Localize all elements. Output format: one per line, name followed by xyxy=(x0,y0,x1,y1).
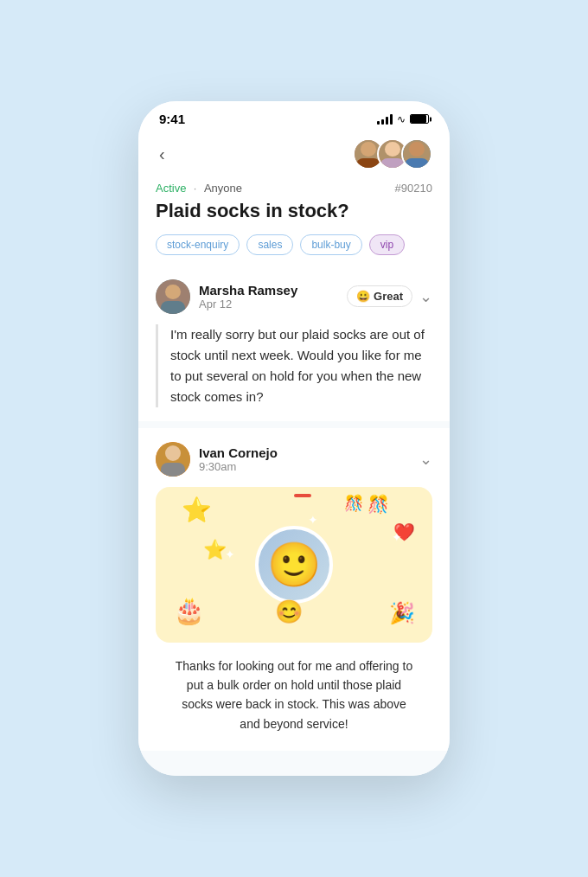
reaction-emoji: 😀 xyxy=(356,290,370,303)
emoji-smiley: 😊 xyxy=(275,599,303,625)
tag-stock-enquiry[interactable]: stock-enquiry xyxy=(156,234,240,255)
active-badge: Active xyxy=(156,182,186,195)
back-button[interactable]: ‹ xyxy=(156,141,169,168)
sparkle-2: ✦ xyxy=(392,530,402,544)
status-bar: 9:41 ∿ xyxy=(138,101,450,131)
wifi-icon: ∿ xyxy=(397,113,406,125)
anyone-text: Anyone xyxy=(204,182,242,195)
sender-info-marsha: Marsha Ramsey Apr 12 xyxy=(156,279,297,314)
sender-date-ivan: 9:30am xyxy=(199,460,278,473)
confetti-decoration xyxy=(294,494,311,497)
sparkle-1: ✦ xyxy=(308,513,318,527)
nav-bar: ‹ xyxy=(138,131,450,180)
expand-button-ivan[interactable]: ⌄ xyxy=(419,450,432,469)
sender-name-ivan: Ivan Cornejo xyxy=(199,445,278,460)
emoji-confetti: 🎊 xyxy=(368,494,389,515)
reaction-label: Great xyxy=(374,290,403,303)
emoji-star-2: ⭐ xyxy=(203,539,227,561)
celebration-profile-photo: 🙂 xyxy=(255,526,333,604)
emoji-party: 🎉 xyxy=(389,601,415,625)
messages-container: Marsha Ramsey Apr 12 😀 Great ⌄ I'm reall… xyxy=(138,266,450,776)
message-actions-marsha: 😀 Great ⌄ xyxy=(347,285,432,307)
message-text-marsha: I'm really sorry but our plaid socks are… xyxy=(156,324,432,407)
dot-separator: · xyxy=(194,182,197,195)
sender-info-ivan: Ivan Cornejo 9:30am xyxy=(156,442,278,477)
status-time: 9:41 xyxy=(159,112,185,126)
message-header-marsha: Marsha Ramsey Apr 12 😀 Great ⌄ xyxy=(156,279,432,314)
message-header-ivan: Ivan Cornejo 9:30am ⌄ xyxy=(156,442,432,477)
expand-button-marsha[interactable]: ⌄ xyxy=(419,287,432,306)
emoji-confetti-2: 🎊 xyxy=(344,494,363,513)
avatar-ivan xyxy=(156,442,190,477)
sender-date-marsha: Apr 12 xyxy=(199,298,297,310)
ticket-number: #90210 xyxy=(395,182,432,195)
tag-bulk-buy[interactable]: bulk-buy xyxy=(300,234,361,255)
avatar-marsha xyxy=(156,279,190,314)
status-line: Active · Anyone #90210 xyxy=(156,180,432,195)
emoji-cake: 🎂 xyxy=(173,595,205,625)
tag-sales[interactable]: sales xyxy=(246,234,293,255)
sender-name-marsha: Marsha Ramsey xyxy=(199,283,297,298)
conversation-title: Plaid socks in stock? xyxy=(156,199,432,224)
avatar-3 xyxy=(401,138,432,170)
sparkle-3: ✦ xyxy=(225,547,235,561)
tags-row: stock-enquiry sales bulk-buy vip xyxy=(156,234,432,255)
avatar-group xyxy=(353,138,432,170)
tag-vip[interactable]: vip xyxy=(369,234,405,255)
signal-icon xyxy=(377,114,393,125)
celebration-banner: ⭐ 🎊 🎂 🎉 ❤️ ⭐ 😊 ✦ ✦ ✦ 🙂 🎊 xyxy=(156,487,432,643)
phone-frame: 9:41 ∿ ‹ xyxy=(138,101,450,776)
message-block-marsha: Marsha Ramsey Apr 12 😀 Great ⌄ I'm reall… xyxy=(138,266,450,421)
emoji-star-1: ⭐ xyxy=(182,496,212,524)
message-block-ivan: Ivan Cornejo 9:30am ⌄ ⭐ 🎊 🎂 🎉 ❤️ ⭐ 😊 ✦ ✦ xyxy=(138,428,450,752)
reaction-button[interactable]: 😀 Great xyxy=(347,285,412,307)
thank-you-text: Thanks for looking out for me and offeri… xyxy=(156,643,432,752)
conversation-header: Active · Anyone #90210 Plaid socks in st… xyxy=(138,180,450,266)
status-icons: ∿ xyxy=(377,113,429,125)
battery-icon xyxy=(410,114,429,124)
